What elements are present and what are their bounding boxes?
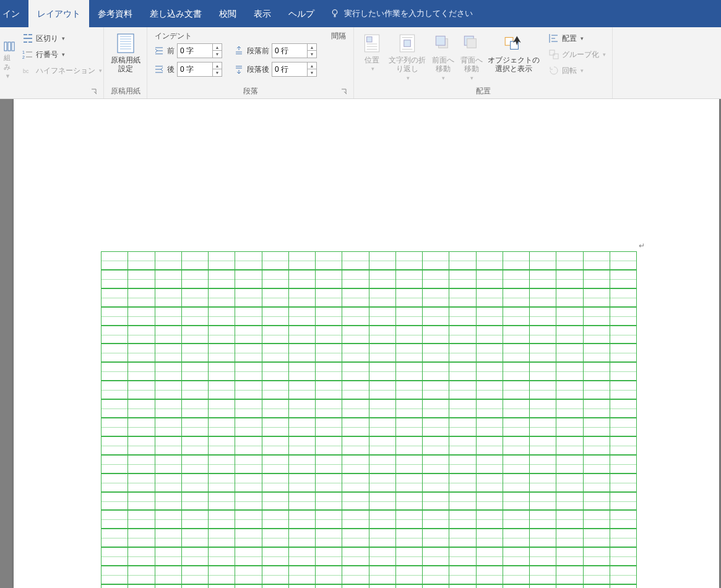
grid-cell[interactable]: [503, 326, 529, 344]
grid-cell[interactable]: [127, 547, 154, 566]
grid-cell[interactable]: [529, 344, 556, 362]
selection-pane-button[interactable]: オブジェクトの 選択と表示: [486, 30, 542, 74]
grid-cell[interactable]: [395, 547, 422, 566]
grid-cell[interactable]: [181, 326, 208, 344]
grid-cell[interactable]: [262, 251, 288, 270]
grid-cell[interactable]: [235, 473, 261, 492]
grid-cell[interactable]: [369, 529, 395, 547]
grid-cell[interactable]: [529, 362, 556, 381]
grid-cell[interactable]: [395, 326, 422, 344]
grid-cell[interactable]: [155, 455, 181, 473]
grid-cell[interactable]: [583, 307, 610, 326]
grid-cell[interactable]: [208, 381, 235, 399]
grid-cell[interactable]: [155, 399, 181, 418]
grid-cell[interactable]: [476, 381, 503, 399]
grid-cell[interactable]: [556, 307, 582, 326]
grid-cell[interactable]: [181, 455, 208, 473]
grid-cell[interactable]: [529, 547, 556, 566]
grid-cell[interactable]: [101, 473, 127, 492]
hyphenation-button[interactable]: bc ハイフネーション▾: [20, 63, 105, 78]
grid-cell[interactable]: [315, 455, 342, 473]
grid-cell[interactable]: [476, 418, 503, 436]
grid-cell[interactable]: [288, 547, 315, 566]
grid-cell[interactable]: [288, 473, 315, 492]
grid-cell[interactable]: [583, 270, 610, 288]
tab-review[interactable]: 校閲: [210, 0, 245, 27]
grid-cell[interactable]: [583, 584, 610, 588]
grid-cell[interactable]: [101, 584, 127, 588]
grid-cell[interactable]: [315, 399, 342, 418]
grid-cell[interactable]: [155, 251, 181, 270]
grid-cell[interactable]: [556, 344, 582, 362]
send-backward-button[interactable]: 背面へ 移動▾: [457, 30, 486, 81]
indent-before-input[interactable]: ▲▼: [177, 43, 222, 58]
grid-cell[interactable]: [369, 362, 395, 381]
grid-cell[interactable]: [422, 529, 449, 547]
grid-cell[interactable]: [235, 399, 261, 418]
rotate-button[interactable]: 回転▾: [546, 63, 608, 78]
grid-cell[interactable]: [262, 399, 288, 418]
grid-cell[interactable]: [262, 288, 288, 307]
grid-cell[interactable]: [369, 547, 395, 566]
grid-cell[interactable]: [503, 529, 529, 547]
grid-cell[interactable]: [342, 584, 368, 588]
grid-cell[interactable]: [155, 326, 181, 344]
grid-cell[interactable]: [101, 307, 127, 326]
grid-cell[interactable]: [583, 326, 610, 344]
grid-cell[interactable]: [342, 510, 368, 529]
grid-cell[interactable]: [315, 510, 342, 529]
grid-cell[interactable]: [529, 399, 556, 418]
grid-cell[interactable]: [422, 547, 449, 566]
grid-cell[interactable]: [395, 362, 422, 381]
grid-cell[interactable]: [395, 288, 422, 307]
grid-cell[interactable]: [422, 381, 449, 399]
grid-cell[interactable]: [101, 251, 127, 270]
grid-cell[interactable]: [155, 584, 181, 588]
grid-cell[interactable]: [476, 547, 503, 566]
grid-cell[interactable]: [155, 362, 181, 381]
grid-cell[interactable]: [556, 399, 582, 418]
grid-cell[interactable]: [288, 418, 315, 436]
grid-cell[interactable]: [395, 418, 422, 436]
grid-cell[interactable]: [208, 566, 235, 584]
grid-cell[interactable]: [155, 436, 181, 455]
grid-cell[interactable]: [556, 547, 582, 566]
grid-cell[interactable]: [342, 251, 368, 270]
grid-cell[interactable]: [235, 270, 261, 288]
grid-cell[interactable]: [262, 270, 288, 288]
grid-cell[interactable]: [369, 307, 395, 326]
grid-cell[interactable]: [369, 251, 395, 270]
grid-cell[interactable]: [369, 344, 395, 362]
grid-cell[interactable]: [288, 381, 315, 399]
grid-cell[interactable]: [503, 584, 529, 588]
grid-cell[interactable]: [127, 307, 154, 326]
grid-cell[interactable]: [449, 381, 475, 399]
grid-cell[interactable]: [181, 566, 208, 584]
grid-cell[interactable]: [395, 381, 422, 399]
grid-cell[interactable]: [288, 288, 315, 307]
grid-cell[interactable]: [610, 510, 637, 529]
grid-cell[interactable]: [422, 270, 449, 288]
grid-cell[interactable]: [369, 288, 395, 307]
grid-cell[interactable]: [369, 510, 395, 529]
grid-cell[interactable]: [127, 399, 154, 418]
grid-cell[interactable]: [342, 547, 368, 566]
grid-cell[interactable]: [342, 307, 368, 326]
grid-cell[interactable]: [181, 418, 208, 436]
grid-cell[interactable]: [315, 492, 342, 511]
space-before-field[interactable]: [272, 46, 307, 55]
grid-cell[interactable]: [315, 473, 342, 492]
grid-cell[interactable]: [101, 492, 127, 511]
grid-cell[interactable]: [315, 270, 342, 288]
grid-cell[interactable]: [208, 418, 235, 436]
grid-cell[interactable]: [449, 251, 475, 270]
grid-cell[interactable]: [235, 584, 261, 588]
paragraph-dialog-launcher[interactable]: [340, 87, 348, 96]
grid-cell[interactable]: [556, 492, 582, 511]
grid-cell[interactable]: [288, 399, 315, 418]
grid-cell[interactable]: [556, 326, 582, 344]
grid-cell[interactable]: [449, 418, 475, 436]
grid-cell[interactable]: [208, 344, 235, 362]
grid-cell[interactable]: [342, 473, 368, 492]
grid-cell[interactable]: [583, 288, 610, 307]
